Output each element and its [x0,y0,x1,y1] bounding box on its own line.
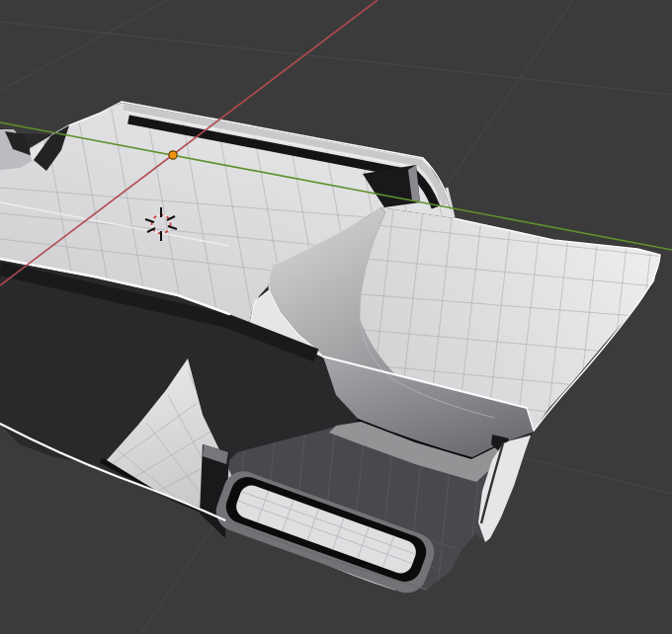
3d-viewport[interactable] [0,0,672,634]
object-origin-dot[interactable] [169,151,177,159]
vehicle-body-mesh[interactable] [0,94,664,598]
viewport-canvas[interactable] [0,0,672,634]
